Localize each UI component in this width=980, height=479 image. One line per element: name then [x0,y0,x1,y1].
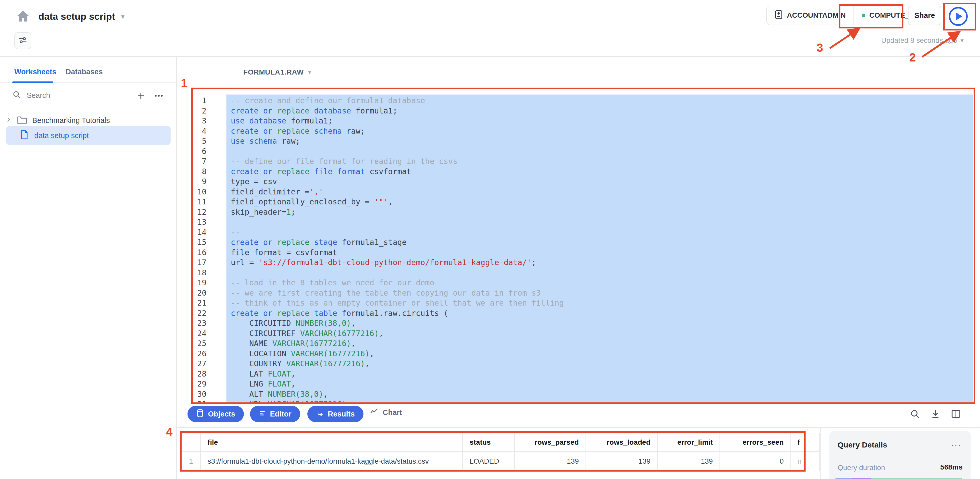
code-line[interactable]: 11field_optionally_enclosed_by = '"', [194,197,973,207]
line-content: -- load in the 8 tables we need for our … [194,278,434,287]
code-line[interactable]: 25 NAME VARCHAR(16777216), [194,339,973,349]
context-label: FORMULA1.RAW [243,68,304,76]
search-results-button[interactable] [908,407,922,421]
line-content: URL VARCHAR(16777216), [194,399,351,403]
col-header-error-limit[interactable]: error_limit [657,433,720,452]
search-icon [12,90,21,101]
line-content: create or replace file format csvformat [194,167,411,176]
code-line[interactable]: 15create or replace stage formula1_stage [194,238,973,248]
objects-toggle-button[interactable]: Objects [188,406,244,422]
code-line[interactable]: 20-- we are first creating the table the… [194,288,973,299]
results-toolbar: Objects Editor Results [177,404,980,428]
run-button[interactable] [949,7,968,26]
code-line[interactable]: 30 ALT NUMBER(38,0), [194,390,973,400]
line-number: 6 [194,147,224,156]
sidebar-item-data-setup-script[interactable]: data setup script [6,126,170,145]
col-header-status[interactable]: status [463,433,515,452]
sidebar-search-row: Search [0,88,176,105]
query-duration-label: Query duration [838,464,885,472]
updated-status-menu[interactable]: Updated 8 seconds ago ▾ [881,37,964,45]
worksheet-title-menu[interactable]: data setup script ▾ [38,11,124,22]
code-line[interactable]: 14-- [194,228,973,238]
code-line[interactable]: 29 LNG FLOAT, [194,379,973,390]
top-bar: data setup script ▾ ACCOUNTADMIN COMP [0,0,980,57]
line-content: use schema raw; [194,137,300,145]
code-line[interactable]: 8create or replace file format csvformat [194,167,973,177]
line-content: LAT FLOAT, [194,369,296,378]
new-worksheet-button[interactable] [134,89,148,102]
code-line[interactable]: 22create or replace table formula1.raw.c… [194,309,973,319]
filters-button[interactable] [14,32,31,49]
share-button[interactable]: Share [908,6,941,25]
table-row[interactable]: 1 s3://formula1-dbt-cloud-python-demo/fo… [181,452,820,471]
line-content: -- think of this as an empty container o… [194,298,564,307]
col-header-rows-loaded[interactable]: rows_loaded [586,433,657,452]
worksheet-file-icon [20,130,29,142]
code-line[interactable]: 3use database formula1; [194,116,973,127]
code-line[interactable]: 17url = 's3://formula1-dbt-cloud-python-… [194,258,973,268]
role-selector[interactable]: ACCOUNTADMIN [767,6,853,25]
results-table: file status rows_parsed rows_loaded erro… [181,433,820,471]
col-header-errors-seen[interactable]: errors_seen [720,433,791,452]
chart-line-icon [370,408,379,417]
line-content: NAME VARCHAR(16777216), [194,339,356,348]
code-line[interactable]: 28 LAT FLOAT, [194,369,973,380]
chevron-right-icon [5,116,12,125]
download-results-button[interactable] [928,407,943,421]
search-placeholder: Search [27,91,50,100]
home-button[interactable] [13,7,33,27]
cell-status: LOADED [463,452,515,471]
code-line[interactable]: 27 COUNTRY VARCHAR(16777216), [194,359,973,369]
code-line[interactable]: 5use schema raw; [194,137,973,147]
database-schema-selector[interactable]: FORMULA1.RAW ▾ [243,68,311,76]
chevron-down-icon: ▾ [309,69,311,75]
query-details-title: Query Details [838,441,887,449]
code-line[interactable]: 7-- define our file format for reading i… [194,157,973,167]
tab-worksheets[interactable]: Worksheets [14,68,56,76]
chart-toggle-button[interactable]: Chart [370,408,402,417]
code-line[interactable]: 31 URL VARCHAR(16777216), [194,399,973,403]
code-line[interactable]: 4create or replace schema raw; [194,127,973,137]
col-header-file[interactable]: file [200,433,463,452]
col-header-f[interactable]: f [791,433,820,452]
code-line[interactable]: 26 LOCATION VARCHAR(16777216), [194,349,973,360]
line-number: 13 [194,218,224,226]
code-line[interactable]: 2create or replace database formula1; [194,106,973,116]
line-content: create or replace stage formula1_stage [194,238,407,247]
role-label: ACCOUNTADMIN [787,11,846,19]
play-icon [956,12,963,21]
cell-f: n [791,452,820,471]
code-line[interactable]: 12skip_header=1; [194,207,973,218]
code-lines: 1-- create and define our formula1 datab… [194,96,973,403]
split-columns-button[interactable] [949,407,963,421]
objects-label: Objects [208,410,235,418]
line-content: COUNTRY VARCHAR(16777216), [194,359,370,368]
code-line[interactable]: 21-- think of this as an empty container… [194,298,973,309]
more-options-button[interactable] [152,89,165,102]
code-line[interactable]: 19-- load in the 8 tables we need for ou… [194,278,973,288]
results-toggle-button[interactable]: Results [307,406,363,422]
sidebar-folder-benchmarking-tutorials[interactable]: Benchmarking Tutorials [5,113,172,127]
code-line[interactable]: 18 [194,268,973,278]
code-line[interactable]: 1-- create and define our formula1 datab… [194,96,973,106]
query-details-menu-button[interactable]: ... [951,438,962,448]
chevron-down-icon: ▾ [961,37,964,44]
home-icon [15,9,31,25]
col-header-rows-parsed[interactable]: rows_parsed [515,433,585,452]
user-badge-icon [775,10,783,21]
code-line[interactable]: 10field_delimiter =',' [194,187,973,197]
sidebar: Worksheets Databases Search [0,57,177,479]
line-content: field_delimiter =',' [194,187,323,196]
code-line[interactable]: 6 [194,147,973,157]
code-line[interactable]: 23 CIRCUITID NUMBER(38,0), [194,319,973,329]
tab-databases[interactable]: Databases [65,68,103,76]
folder-label: Benchmarking Tutorials [32,116,110,125]
code-line[interactable]: 24 CIRCUITREF VARCHAR(16777216), [194,329,973,339]
code-line[interactable]: 13 [194,218,973,228]
row-number-cell: 1 [181,452,200,471]
sql-editor[interactable]: 1-- create and define our formula1 datab… [194,91,973,403]
search-input[interactable]: Search [12,90,50,101]
code-line[interactable]: 9type = csv [194,177,973,187]
code-line[interactable]: 16file_format = csvformat [194,248,973,258]
editor-toggle-button[interactable]: Editor [250,406,300,422]
